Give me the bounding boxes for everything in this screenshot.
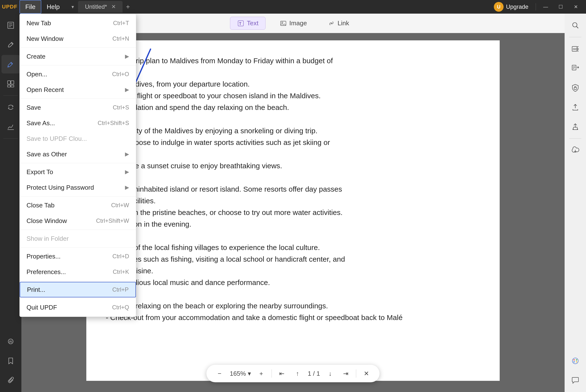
sidebar-divider-2 [4, 138, 18, 138]
menu-shortcut: Ctrl+D [112, 253, 129, 260]
zoom-value-display[interactable]: 165% ▾ [230, 370, 251, 378]
page-last-button[interactable]: ⇥ [340, 368, 351, 379]
svg-point-18 [573, 22, 577, 27]
menu-label: Save [26, 104, 41, 111]
sidebar-item-attachment[interactable] [2, 371, 20, 390]
link-tool-button[interactable]: Link [321, 17, 356, 30]
right-protect-button[interactable] [566, 78, 584, 97]
menu-item-open[interactable]: Open... Ctrl+O [20, 66, 136, 82]
menu-label: Preferences... [26, 268, 66, 276]
organize-icon [6, 79, 15, 88]
pdf-line-13: y their facilities. [106, 195, 480, 207]
menu-item-save[interactable]: Save Ctrl+S [20, 100, 136, 115]
menu-item-open-recent[interactable]: Open Recent ▶ [20, 82, 136, 98]
page-next-button[interactable]: ↓ [325, 368, 336, 379]
svg-text:T: T [239, 22, 242, 26]
menu-item-preferences[interactable]: Preferences... Ctrl+K [20, 264, 136, 280]
sidebar-item-bookmark[interactable] [2, 352, 20, 370]
menu-item-quit[interactable]: Quit UPDF Ctrl+Q [20, 300, 136, 315]
app-logo: UPDF [0, 0, 20, 14]
right-palette-button[interactable] [566, 352, 584, 370]
menu-shortcut: Ctrl+Shift+S [98, 120, 129, 126]
right-ocr-button[interactable]: OCR [566, 40, 584, 58]
menu-shortcut: Ctrl+W [111, 202, 129, 209]
new-tab-button[interactable]: + [122, 2, 133, 12]
menu-item-new-tab[interactable]: New Tab Ctrl+T [20, 15, 136, 31]
upgrade-label: Upgrade [506, 4, 528, 10]
menu-file[interactable]: File [20, 0, 41, 14]
tab-close-button[interactable]: ✕ [111, 4, 116, 10]
menu-label: New Tab [26, 20, 51, 27]
pdf-line-19: ldivian cuisine. [106, 265, 480, 277]
menu-item-save-as[interactable]: Save As... Ctrl+Shift+S [20, 115, 136, 131]
menu-label: Quit UPDF [26, 304, 57, 311]
bottom-divider-1 [271, 370, 272, 378]
menu-label: Close Window [26, 217, 67, 225]
menu-item-export[interactable]: Export To ▶ [20, 164, 136, 180]
right-search-button[interactable] [566, 16, 584, 34]
right-share-button[interactable] [566, 118, 584, 136]
menu-item-create[interactable]: Create ▶ [20, 49, 136, 64]
pdf-line-18: in activities such as fishing, visiting … [106, 254, 480, 265]
logo-text: UPDF [2, 4, 18, 10]
menu-item-print[interactable]: Print... Ctrl+P [20, 282, 136, 298]
menu-label: Create [26, 53, 46, 60]
zoom-out-button[interactable]: − [214, 368, 225, 379]
sidebar-item-edit[interactable] [2, 36, 20, 54]
convert-icon [571, 64, 580, 73]
bottom-divider-2 [356, 370, 356, 378]
link-tool-icon [328, 20, 335, 27]
active-tab[interactable]: Untitled* ✕ [78, 1, 122, 13]
right-comment-button[interactable] [566, 371, 584, 390]
pdf-line-8: n also choose to indulge in water sports… [106, 137, 480, 148]
zoom-in-button[interactable]: + [256, 368, 266, 379]
sidebar-divider-1 [4, 95, 18, 96]
svg-point-32 [572, 358, 578, 364]
pdf-line-23: - Check-out from your accommodation and … [106, 312, 480, 324]
search-icon [571, 21, 580, 30]
menu-item-close-tab[interactable]: Close Tab Ctrl+W [20, 198, 136, 213]
menu-item-new-window[interactable]: New Window Ctrl+N [20, 31, 136, 46]
sign-icon [6, 122, 15, 131]
sidebar-item-ai[interactable]: AI [2, 332, 20, 351]
text-tool-button[interactable]: T Text [230, 17, 266, 30]
ai-icon: AI [6, 337, 15, 346]
svg-point-35 [574, 361, 575, 362]
pdf-line-22: t leisure, relaxing on the beach or expl… [106, 300, 480, 312]
menu-item-close-window[interactable]: Close Window Ctrl+Shift+W [20, 213, 136, 228]
sidebar-item-organize[interactable] [2, 74, 20, 93]
right-save-cloud-button[interactable] [566, 141, 584, 160]
menu-item-properties[interactable]: Properties... Ctrl+D [20, 248, 136, 264]
user-avatar: U [494, 2, 504, 12]
upgrade-button[interactable]: U Upgrade [491, 0, 531, 13]
menu-shortcut: Ctrl+S [113, 104, 129, 111]
page-prev-button[interactable]: ↑ [292, 368, 303, 379]
svg-point-33 [574, 360, 575, 361]
page-info: 1 / 1 [308, 370, 320, 378]
menu-item-save-other[interactable]: Save as Other ▶ [20, 146, 136, 162]
maximize-button[interactable]: ☐ [555, 2, 566, 12]
menu-bar: File Help [20, 0, 65, 14]
sidebar-item-reader[interactable] [2, 16, 20, 34]
menu-shortcut: Ctrl+T [113, 20, 129, 26]
right-export-button[interactable] [566, 98, 584, 116]
minimize-button[interactable]: — [540, 2, 551, 12]
sidebar-item-sign[interactable] [2, 118, 20, 136]
page-first-button[interactable]: ⇤ [276, 368, 287, 379]
titlebar-separator [536, 3, 536, 10]
image-tool-button[interactable]: Image [273, 17, 314, 30]
sidebar-item-annotate[interactable] [2, 55, 20, 74]
right-convert-button[interactable] [566, 59, 584, 78]
menu-item-protect[interactable]: Protect Using Password ▶ [20, 180, 136, 195]
menu-help[interactable]: Help [41, 0, 65, 14]
bottom-close-button[interactable]: ✕ [361, 368, 372, 379]
pdf-line-10: could take a sunset cruise to enjoy brea… [106, 160, 480, 172]
submenu-arrow-icon: ▶ [125, 151, 129, 157]
sidebar-item-convert[interactable] [2, 98, 20, 116]
tab-dropdown-button[interactable]: ▾ [67, 2, 78, 12]
submenu-arrow-icon: ▶ [125, 169, 129, 175]
share-icon [571, 122, 580, 131]
close-button[interactable]: ✕ [570, 2, 581, 12]
svg-point-36 [576, 361, 577, 362]
menu-shortcut: Ctrl+K [113, 268, 129, 275]
